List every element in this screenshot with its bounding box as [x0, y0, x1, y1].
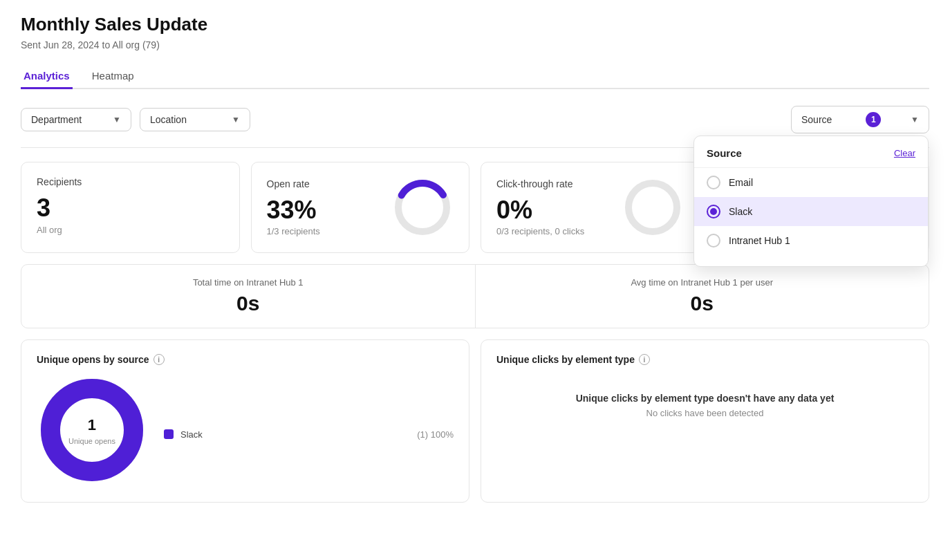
no-data-sub: No clicks have been detected — [496, 408, 913, 418]
source-option-intranet[interactable]: Intranet Hub 1 — [694, 226, 928, 255]
unique-clicks-chart: Unique clicks by element type i Unique c… — [481, 339, 929, 503]
unique-clicks-title: Unique clicks by element type i — [496, 354, 913, 365]
email-option-label: Email — [729, 177, 753, 188]
recipients-value: 3 — [37, 194, 224, 222]
source-option-slack[interactable]: Slack — [694, 197, 928, 226]
source-dropdown[interactable]: Source 1 ▼ Source Clear Email Slack — [791, 106, 929, 133]
svg-point-2 — [628, 183, 677, 232]
department-label: Department — [31, 114, 82, 125]
recipients-card: Recipients 3 All org — [21, 162, 240, 253]
source-option-email[interactable]: Email — [694, 168, 928, 197]
open-rate-donut-icon — [391, 176, 454, 239]
slack-legend-count: (1) 100% — [417, 429, 454, 440]
department-dropdown[interactable]: Department ▼ — [21, 108, 131, 131]
ctr-value: 0% — [496, 196, 584, 224]
page-subtitle: Sent Jun 28, 2024 to All org (79) — [21, 39, 929, 50]
total-time-value: 0s — [38, 292, 458, 315]
intranet-radio-icon — [707, 234, 720, 248]
source-clear-button[interactable]: Clear — [894, 148, 915, 158]
no-data-title: Unique clicks by element type doesn't ha… — [496, 393, 913, 404]
ctr-label: Click-through rate — [496, 178, 584, 189]
total-time-cell: Total time on Intranet Hub 1 0s — [21, 265, 475, 328]
charts-row: Unique opens by source i 1 Unique opens — [21, 339, 929, 503]
slack-option-label: Slack — [729, 206, 752, 217]
open-rate-value: 33% — [267, 196, 320, 224]
donut-center-label: Unique opens — [68, 437, 115, 445]
source-panel-header: Source Clear — [694, 147, 928, 168]
avg-time-value: 0s — [492, 292, 913, 315]
unique-opens-info-icon[interactable]: i — [153, 354, 165, 365]
legend-row-slack: Slack (1) 100% — [164, 429, 454, 440]
avg-time-label: Avg time on Intranet Hub 1 per user — [492, 277, 913, 288]
total-time-label: Total time on Intranet Hub 1 — [38, 277, 458, 288]
tab-analytics[interactable]: Analytics — [21, 64, 73, 89]
location-chevron-icon: ▼ — [232, 115, 240, 124]
donut-center-num: 1 — [68, 416, 115, 434]
ctr-sub: 0/3 recipients, 0 clicks — [496, 226, 584, 236]
unique-opens-donut: 1 Unique opens — [37, 375, 147, 488]
tab-heatmap[interactable]: Heatmap — [89, 64, 137, 89]
open-rate-label: Open rate — [267, 178, 320, 189]
unique-opens-inner: 1 Unique opens Slack (1) 100% — [37, 375, 454, 488]
source-chevron-icon: ▼ — [911, 115, 919, 124]
page-container: Monthly Sales Update Sent Jun 28, 2024 t… — [0, 0, 950, 560]
avg-time-cell: Avg time on Intranet Hub 1 per user 0s — [475, 265, 929, 328]
source-label: Source — [801, 114, 832, 125]
unique-clicks-info-icon[interactable]: i — [639, 354, 650, 365]
filters-row: Department ▼ Location ▼ Source 1 ▼ Sourc… — [21, 106, 929, 133]
time-metrics-row: Total time on Intranet Hub 1 0s Avg time… — [21, 264, 929, 328]
source-panel-title: Source — [707, 147, 742, 159]
donut-center: 1 Unique opens — [68, 416, 115, 447]
slack-legend-label: Slack — [180, 429, 410, 440]
slack-radio-inner — [710, 208, 717, 215]
source-dropdown-panel: Source Clear Email Slack Intranet Hub 1 — [693, 136, 929, 267]
open-rate-sub: 1/3 recipients — [267, 226, 320, 236]
unique-opens-chart: Unique opens by source i 1 Unique opens — [21, 339, 469, 503]
department-chevron-icon: ▼ — [113, 115, 121, 124]
ctr-donut-icon — [622, 176, 684, 239]
ctr-card: Click-through rate 0% 0/3 recipients, 0 … — [481, 162, 700, 253]
intranet-option-label: Intranet Hub 1 — [729, 235, 790, 246]
page-title: Monthly Sales Update — [21, 14, 929, 35]
slack-radio-icon — [707, 205, 720, 218]
email-radio-icon — [707, 176, 720, 189]
source-badge: 1 — [866, 112, 881, 127]
open-rate-card: Open rate 33% 1/3 recipients — [251, 162, 470, 253]
slack-legend-dot-icon — [164, 429, 174, 439]
unique-opens-legend: Slack (1) 100% — [164, 424, 454, 440]
unique-opens-title: Unique opens by source i — [37, 354, 454, 365]
recipients-sub: All org — [37, 225, 224, 235]
recipients-label: Recipients — [37, 176, 224, 187]
tabs-bar: Analytics Heatmap — [21, 64, 929, 89]
location-label: Location — [150, 114, 187, 125]
location-dropdown[interactable]: Location ▼ — [140, 108, 250, 131]
